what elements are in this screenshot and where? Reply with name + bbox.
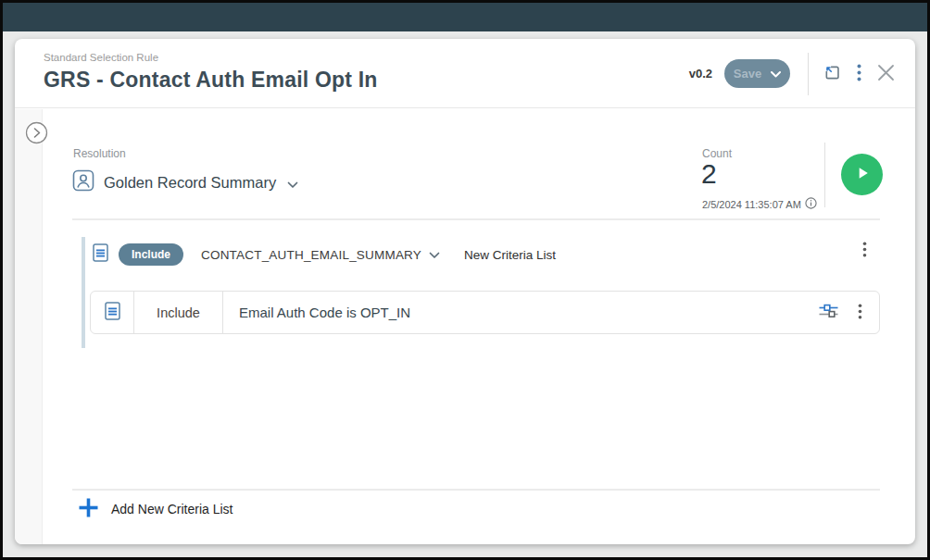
count-timestamp: 2/5/2024 11:35:07 AM xyxy=(702,199,801,210)
footer-divider xyxy=(72,489,880,491)
criteria-row[interactable]: Include Email Auth Code is OPT_IN xyxy=(90,291,880,334)
add-criteria-list-button[interactable]: Add New Criteria List xyxy=(78,497,233,521)
expand-panel-button[interactable] xyxy=(25,121,48,144)
kebab-icon xyxy=(857,64,861,84)
criteria-list-icon xyxy=(93,243,108,266)
section-divider xyxy=(72,218,880,220)
golden-record-icon xyxy=(72,169,94,195)
criteria-configure-button[interactable] xyxy=(819,304,838,321)
criteria-description: Email Auth Code is OPT_IN xyxy=(223,292,819,333)
info-icon[interactable] xyxy=(805,196,817,213)
criteria-list-name[interactable]: New Criteria List xyxy=(464,248,556,262)
count-timestamp-row: 2/5/2024 11:35:07 AM xyxy=(702,196,817,213)
header-divider xyxy=(808,53,809,95)
count-divider xyxy=(824,143,825,207)
dialog-body: Resolution Golden Record Summary xyxy=(15,109,915,544)
criteria-icon xyxy=(105,302,120,324)
criteria-row-actions xyxy=(819,292,879,333)
app-window: Standard Selection Rule GRS - Contact Au… xyxy=(0,0,930,560)
save-button-label: Save xyxy=(734,67,761,81)
rule-content: Resolution Golden Record Summary xyxy=(72,109,880,544)
pop-in-edit-button[interactable] xyxy=(823,64,841,84)
group-more-menu-button[interactable] xyxy=(861,240,869,262)
criteria-group-header: Include CONTACT_AUTH_EMAIL_SUMMARY New C… xyxy=(93,242,556,268)
plus-icon xyxy=(78,497,99,521)
rule-type-label: Standard Selection Rule xyxy=(44,52,158,63)
kebab-icon xyxy=(862,246,867,260)
table-select-dropdown[interactable]: CONTACT_AUTH_EMAIL_SUMMARY xyxy=(201,248,440,262)
chevron-circle-right-icon xyxy=(25,133,48,147)
count-value: 2 xyxy=(701,158,717,190)
kebab-icon xyxy=(858,308,862,322)
header-actions: v0.2 Save xyxy=(689,39,895,108)
criteria-more-menu-button[interactable] xyxy=(856,302,864,324)
criteria-group-accent-bar xyxy=(82,237,85,348)
browser-topbar xyxy=(3,3,927,31)
version-label: v0.2 xyxy=(689,67,712,81)
resolution-label: Resolution xyxy=(73,147,126,160)
save-button[interactable]: Save xyxy=(724,59,790,88)
add-criteria-list-label: Add New Criteria List xyxy=(111,502,233,516)
resolution-select[interactable]: Golden Record Summary xyxy=(72,169,298,195)
table-name: CONTACT_AUTH_EMAIL_SUMMARY xyxy=(201,248,421,262)
selection-rule-dialog: Standard Selection Rule GRS - Contact Au… xyxy=(15,39,915,544)
criteria-row-icon-cell xyxy=(91,292,134,333)
header-more-menu-button[interactable] xyxy=(855,62,863,86)
criteria-operator: Include xyxy=(134,292,223,333)
page-title: GRS - Contact Auth Email Opt In xyxy=(44,68,378,93)
close-button[interactable] xyxy=(877,64,895,84)
pop-in-icon xyxy=(823,64,841,84)
run-count-button[interactable] xyxy=(841,154,883,195)
play-icon xyxy=(853,164,872,185)
chevron-down-icon xyxy=(429,248,440,262)
chevron-down-icon xyxy=(287,176,298,193)
resolution-value: Golden Record Summary xyxy=(104,174,276,192)
collapsed-side-panel xyxy=(15,109,43,544)
sliders-icon xyxy=(819,304,838,321)
chevron-down-icon xyxy=(771,67,781,81)
dialog-header: Standard Selection Rule GRS - Contact Au… xyxy=(15,39,915,108)
group-include-badge[interactable]: Include xyxy=(119,243,183,266)
close-icon xyxy=(877,64,895,84)
